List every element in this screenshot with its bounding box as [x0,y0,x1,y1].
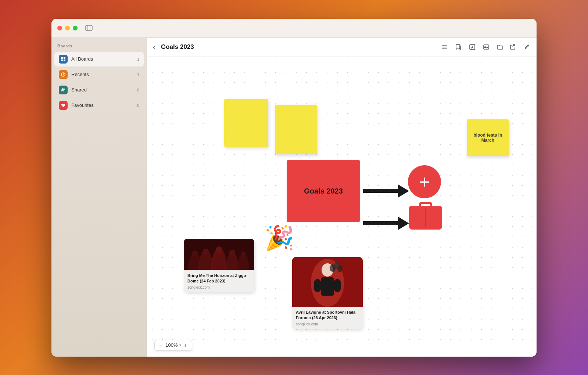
all-boards-label: All Boards [71,56,137,62]
maximize-button[interactable] [73,26,78,30]
sidebar-item-favourites[interactable]: Favourites 0 [54,98,144,113]
recents-icon [59,70,68,79]
concert-card-bmth-image [184,239,254,270]
recents-label: Recents [71,72,137,77]
concert-card-avril[interactable]: Avril Lavigne at Sportovní Hala Fortuna … [292,257,363,329]
favourites-badge: 0 [137,103,139,108]
arrow-2 [363,217,409,230]
svg-point-38 [337,266,343,272]
main-window: Boards All Boards 1 [51,19,537,357]
favourites-icon [59,101,68,110]
concert-card-bmth-info: Bring Me The Horizon at Ziggo Dome (24 F… [184,270,254,293]
arrow-1 [363,184,409,198]
shared-badge: 0 [137,88,139,92]
folder-icon[interactable] [496,43,504,51]
zoom-out-button[interactable]: − [159,342,162,348]
briefcase-line [425,208,426,227]
concert-card-avril-image [292,257,363,307]
shared-icon [59,86,68,94]
toolbar: ‹ Goals 2023 [147,38,537,57]
edit-icon[interactable] [523,43,531,51]
zoom-controls: − 100% ▾ + [154,340,192,351]
canvas-area[interactable]: blood tests in March Goals 2023 [147,57,537,357]
concert-card-avril-info: Avril Lavigne at Sportovní Hala Fortuna … [292,307,363,329]
copy-icon[interactable] [454,43,462,51]
text-icon[interactable]: A [468,43,476,51]
svg-rect-0 [86,25,92,30]
party-hat: 🎉 [265,224,294,252]
list-view-icon[interactable] [440,43,448,51]
sidebar-toggle-icon[interactable] [85,24,93,32]
share-icon[interactable] [509,43,517,51]
sticky-note-2[interactable] [275,105,317,154]
toolbar-right [509,43,531,51]
shared-label: Shared [71,87,137,93]
recents-badge: 1 [137,72,139,77]
image-icon[interactable] [482,43,490,51]
zoom-in-button[interactable]: + [184,342,187,348]
concert-card-avril-source: songkick.com [296,322,359,326]
sidebar-item-all-boards[interactable]: All Boards 1 [54,52,144,66]
svg-rect-34 [314,279,321,292]
concert-card-bmth-source: songkick.com [187,285,251,289]
svg-rect-29 [184,239,254,270]
sidebar-section-label: Boards [51,44,147,51]
favourites-label: Favourites [71,102,137,108]
briefcase[interactable] [409,202,442,230]
svg-text:A: A [471,46,474,49]
main-layout: Boards All Boards 1 [51,38,537,357]
concert-card-bmth[interactable]: Bring Me The Horizon at Ziggo Dome (24 F… [184,239,254,293]
sticky-note-1[interactable] [224,99,268,147]
svg-rect-3 [64,57,65,59]
all-boards-badge: 1 [137,57,139,61]
svg-rect-33 [321,277,334,296]
back-button[interactable]: ‹ [153,43,155,51]
svg-rect-5 [64,60,65,61]
svg-rect-11 [442,48,447,49]
toolbar-title: Goals 2023 [161,43,436,51]
goals-box[interactable]: Goals 2023 [287,160,360,222]
svg-rect-16 [484,45,489,49]
svg-rect-13 [456,44,460,49]
sidebar: Boards All Boards 1 [51,38,147,357]
toolbar-icons: A [440,43,504,51]
close-button[interactable] [57,26,62,30]
svg-point-8 [63,88,65,90]
concert-card-avril-title: Avril Lavigne at Sportovní Hala Fortuna … [296,310,359,321]
zoom-value: 100% ▾ [165,342,181,348]
titlebar [51,19,537,38]
svg-rect-9 [442,45,447,46]
svg-rect-10 [442,47,447,47]
all-boards-icon [59,55,68,64]
sidebar-item-recents[interactable]: Recents 1 [54,67,144,82]
briefcase-body [409,206,442,230]
traffic-lights [57,26,78,30]
svg-rect-35 [334,279,341,292]
svg-rect-2 [61,57,63,59]
sticky-note-blood-tests[interactable]: blood tests in March [467,119,509,156]
svg-rect-4 [61,60,63,61]
minimize-button[interactable] [65,26,70,30]
content-area: ‹ Goals 2023 [147,38,537,357]
medical-cross[interactable]: + [408,165,441,198]
sidebar-item-shared[interactable]: Shared 0 [54,83,144,97]
concert-card-bmth-title: Bring Me The Horizon at Ziggo Dome (24 F… [187,273,251,284]
zoom-dropdown-icon[interactable]: ▾ [179,343,181,347]
